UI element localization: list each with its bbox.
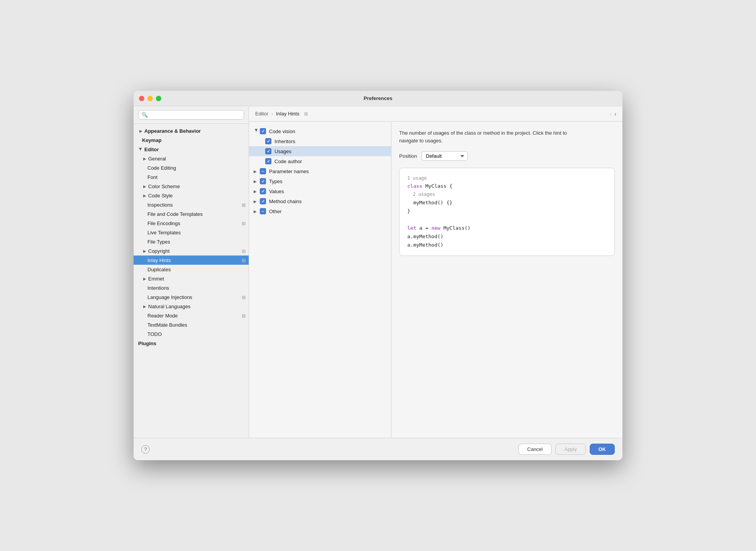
sidebar-item-language-injections[interactable]: Language Injections ▤ [134,292,249,302]
opt-chevron-icon: ▶ [254,179,259,184]
search-input[interactable] [150,112,241,118]
chevron-icon: ▶ [142,248,147,254]
sidebar-item-emmet[interactable]: ▶ Emmet [134,274,249,283]
sidebar-item-label: Appearance & Behavior [144,128,246,134]
search-icon: 🔍 [142,112,148,118]
sidebar-item-label: Live Templates [147,230,246,235]
sidebar-item-code-style[interactable]: ▶ Code Style [134,191,249,200]
footer-right: Cancel Apply OK [518,444,615,455]
opt-chevron-icon: ▶ [254,199,259,204]
sidebar-item-label: Keymap [142,137,246,143]
sidebar-item-appearance[interactable]: ▶ Appearance & Behavior [134,126,249,135]
sidebar-item-label: Duplicates [147,267,246,272]
sidebar-item-textmate-bundles[interactable]: TextMate Bundles [134,320,249,329]
breadcrumb-parent[interactable]: Editor [255,111,268,117]
tag-icon: ▤ [242,295,246,300]
code-line-5: } [407,207,607,215]
chevron-icon: ▶ [142,276,147,281]
sidebar-item-code-editing[interactable]: Code Editing [134,163,249,172]
breadcrumb-separator: › [271,111,273,117]
sidebar-item-natural-languages[interactable]: ▶ Natural Languages [134,302,249,311]
footer: ? Cancel Apply OK [134,438,622,460]
option-label: Parameter names [269,169,309,174]
position-row: Position Default Before line After line [399,151,615,161]
main-body: ▶ Code vision Inheritors Usages [249,122,622,438]
sidebar-item-label: Plugins [138,341,246,346]
sidebar-item-color-scheme[interactable]: ▶ Color Scheme [134,182,249,191]
sidebar-item-keymap[interactable]: Keymap [134,135,249,145]
option-code-author[interactable]: Code author [249,156,391,166]
checkbox-inheritors[interactable] [265,138,271,144]
help-button[interactable]: ? [141,445,150,454]
opt-chevron-icon: ▶ [254,189,259,194]
option-label: Other [269,209,282,214]
code-line-9: a.myMethod() [407,241,607,249]
code-line-usage-1: 1 usage [407,174,607,182]
checkbox-parameter-names[interactable] [260,168,266,174]
chevron-icon: ▶ [142,304,147,309]
sidebar-item-editor[interactable]: ▶ Editor [134,145,249,154]
sidebar-item-label: TextMate Bundles [147,322,246,328]
checkbox-usages[interactable] [265,148,271,154]
search-wrap[interactable]: 🔍 [138,110,244,120]
code-line-7: let a = new MyClass() [407,224,607,232]
sidebar-item-inspections[interactable]: Inspections ▤ [134,200,249,209]
checkbox-values[interactable] [260,188,266,194]
sidebar: 🔍 ▶ Appearance & Behavior Keymap ▶ Edito… [134,106,249,438]
sidebar-item-file-code-templates[interactable]: File and Code Templates [134,209,249,219]
opt-chevron-icon: ▶ [254,209,259,214]
sidebar-item-inlay-hints[interactable]: Inlay Hints ▤ [134,255,249,265]
breadcrumb: Editor › Inlay Hints ⊞ ‹ › [249,106,622,122]
checkbox-other[interactable] [260,208,266,214]
checkbox-code-author[interactable] [265,158,271,164]
option-types[interactable]: ▶ Types [249,176,391,186]
checkbox-types[interactable] [260,178,266,184]
option-other[interactable]: ▶ Other [249,206,391,216]
option-code-vision[interactable]: ▶ Code vision [249,126,391,136]
minimize-button[interactable] [147,96,153,101]
chevron-icon: ▶ [138,128,144,134]
detail-description: The number of usages of the class or met… [399,129,572,144]
position-select[interactable]: Default Before line After line [421,151,468,161]
sidebar-item-plugins[interactable]: Plugins [134,339,249,348]
sidebar-item-label: Font [147,174,246,180]
forward-arrow-icon[interactable]: › [614,111,616,117]
option-method-chains[interactable]: ▶ Method chains [249,196,391,206]
content-area: 🔍 ▶ Appearance & Behavior Keymap ▶ Edito… [134,106,622,438]
apply-button[interactable]: Apply [555,444,586,455]
sidebar-item-file-encodings[interactable]: File Encodings ▤ [134,219,249,228]
sidebar-item-reader-mode[interactable]: Reader Mode ▤ [134,311,249,320]
sidebar-item-todo[interactable]: TODO [134,329,249,339]
sidebar-item-font[interactable]: Font [134,172,249,182]
sidebar-item-copyright[interactable]: ▶ Copyright ▤ [134,246,249,255]
sidebar-item-label: Inspections [147,202,240,208]
option-values[interactable]: ▶ Values [249,186,391,196]
sidebar-item-live-templates[interactable]: Live Templates [134,228,249,237]
footer-left: ? [141,445,150,454]
cancel-button[interactable]: Cancel [518,444,552,455]
sidebar-item-label: Copyright [148,248,240,254]
ok-button[interactable]: OK [590,444,615,455]
option-inheritors[interactable]: Inheritors [249,136,391,146]
maximize-button[interactable] [156,96,161,101]
breadcrumb-current: Inlay Hints [276,111,299,117]
sidebar-item-label: TODO [147,331,246,337]
sidebar-item-label: Code Style [148,193,246,199]
code-line-4: myMethod() {} [407,199,607,207]
preferences-window: Preferences 🔍 ▶ Appearance & Behavior Ke… [134,91,622,460]
window-controls [139,96,161,101]
sidebar-item-duplicates[interactable]: Duplicates [134,265,249,274]
option-parameter-names[interactable]: ▶ Parameter names [249,166,391,176]
sidebar-item-label: Color Scheme [148,184,246,189]
sidebar-item-file-types[interactable]: File Types [134,237,249,246]
checkbox-code-vision[interactable] [260,128,266,134]
sidebar-item-intentions[interactable]: Intentions [134,283,249,292]
option-label: Code vision [269,129,295,134]
option-usages[interactable]: Usages [249,146,391,156]
back-arrow-icon[interactable]: ‹ [610,111,612,117]
code-line-8: a.myMethod() [407,232,607,241]
close-button[interactable] [139,96,144,101]
sidebar-item-general[interactable]: ▶ General [134,154,249,163]
checkbox-method-chains[interactable] [260,198,266,204]
sidebar-item-label: File and Code Templates [147,211,246,217]
